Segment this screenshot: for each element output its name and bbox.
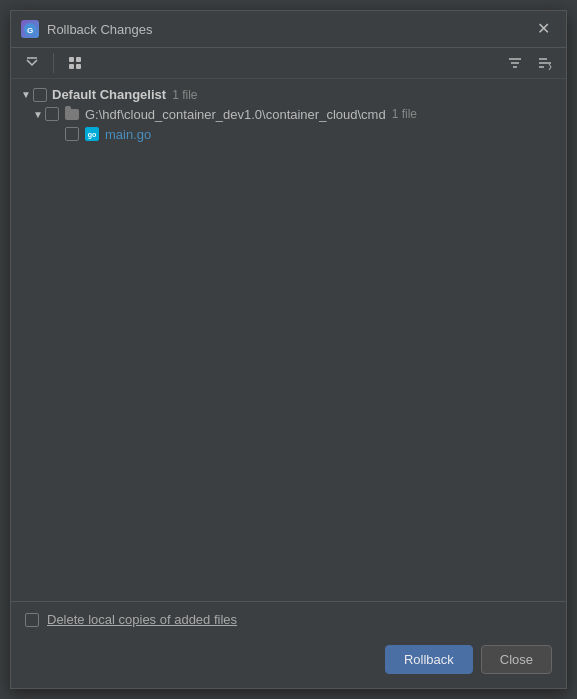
changelist-checkbox[interactable]	[33, 88, 47, 102]
file-tree[interactable]: ▼ Default Changelist 1 file ▼ G:\hdf\clo…	[11, 79, 566, 601]
delete-copies-checkbox[interactable]	[25, 613, 39, 627]
toolbar-right	[502, 52, 558, 74]
footer-buttons: Rollback Close	[11, 637, 566, 688]
title-bar: G Rollback Changes ✕	[11, 11, 566, 48]
svg-text:G: G	[27, 26, 33, 35]
group-icon	[67, 55, 83, 71]
toolbar	[11, 48, 566, 79]
svg-rect-6	[76, 64, 81, 69]
folder-checkbox[interactable]	[45, 107, 59, 121]
expand-icon	[24, 55, 40, 71]
svg-rect-3	[69, 57, 74, 62]
folder-item[interactable]: ▼ G:\hdf\cloud_container_dev1.0\containe…	[11, 104, 566, 124]
close-button[interactable]: Close	[481, 645, 552, 674]
filter-button[interactable]	[502, 52, 528, 74]
dialog-title: Rollback Changes	[47, 22, 153, 37]
delete-copies-label[interactable]: Delete local copies of added files	[47, 612, 237, 627]
app-icon: G	[21, 20, 39, 38]
title-left: G Rollback Changes	[21, 20, 153, 38]
expand-all-button[interactable]	[19, 52, 45, 74]
go-file-icon: go	[84, 126, 100, 142]
toolbar-separator	[53, 53, 54, 73]
filter-icon	[507, 55, 523, 71]
chevron-down-icon: ▼	[19, 88, 33, 102]
file-label: main.go	[105, 127, 151, 142]
folder-icon	[64, 106, 80, 122]
rollback-dialog: G Rollback Changes ✕	[10, 10, 567, 689]
chevron-folder-icon: ▼	[31, 107, 45, 121]
folder-label: G:\hdf\cloud_container_dev1.0\container_…	[85, 107, 386, 122]
footer-checkbox-row: Delete local copies of added files	[11, 602, 566, 637]
title-close-button[interactable]: ✕	[531, 19, 556, 39]
changelist-count: 1 file	[172, 88, 197, 102]
sort-icon	[537, 55, 553, 71]
footer: Delete local copies of added files Rollb…	[11, 601, 566, 688]
sort-button[interactable]	[532, 52, 558, 74]
folder-count: 1 file	[392, 107, 417, 121]
svg-rect-4	[76, 57, 81, 62]
rollback-button[interactable]: Rollback	[385, 645, 473, 674]
changelist-label: Default Changelist	[52, 87, 166, 102]
group-button[interactable]	[62, 52, 88, 74]
changelist-item[interactable]: ▼ Default Changelist 1 file	[11, 85, 566, 104]
file-item[interactable]: ▼ go main.go	[11, 124, 566, 144]
file-checkbox[interactable]	[65, 127, 79, 141]
svg-rect-5	[69, 64, 74, 69]
